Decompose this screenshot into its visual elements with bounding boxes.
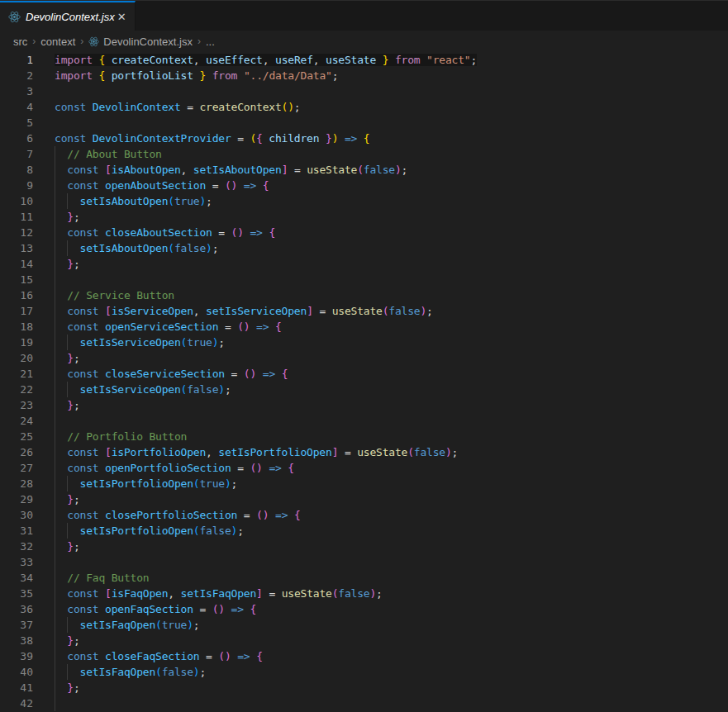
- code-line[interactable]: 23 };: [0, 397, 728, 413]
- code-token: [55, 258, 67, 270]
- vscode-window: DevolinContext.jsx ✕ src›context›Devolin…: [0, 0, 728, 712]
- breadcrumb-item-src[interactable]: src: [13, 36, 27, 48]
- code-token: const: [67, 368, 105, 380]
- line-number: 17: [0, 303, 33, 319]
- code-token: }: [67, 634, 74, 647]
- code-line[interactable]: 35 const [isFaqOpen, setIsFaqOpen] = use…: [0, 586, 728, 601]
- code-line[interactable]: 22 setIsServiceOpen(false);: [0, 382, 728, 397]
- code-token: false: [338, 587, 369, 600]
- line-number: 2: [0, 68, 33, 83]
- code-line[interactable]: 26 const [isPortfolioOpen, setIsPortfoli…: [0, 444, 728, 460]
- code-token: {: [98, 54, 105, 66]
- code-token: [55, 211, 67, 223]
- breadcrumb-separator: ›: [80, 36, 83, 47]
- code-token: ;: [231, 477, 238, 490]
- line-number: 37: [0, 617, 33, 633]
- code-token: (: [168, 195, 174, 207]
- code-token: true: [187, 336, 212, 349]
- breadcrumb-item-devolincontext-jsx[interactable]: DevolinContext.jsx: [88, 36, 193, 48]
- line-number: 10: [0, 193, 33, 209]
- code-line[interactable]: 42: [0, 695, 728, 711]
- code-token: portfolioList: [112, 69, 193, 82]
- code-line[interactable]: 37 setIsFaqOpen(true);: [0, 617, 728, 633]
- code-token: const: [67, 320, 105, 333]
- code-token: =: [231, 462, 250, 474]
- code-line[interactable]: 14 };: [0, 256, 728, 272]
- code-token: (: [155, 619, 162, 631]
- code-line[interactable]: 13 setIsAboutOpen(false);: [0, 240, 728, 256]
- code-line[interactable]: 1import { createContext, useEffect, useR…: [0, 52, 728, 68]
- code-token: [55, 336, 80, 349]
- code-line[interactable]: 41 };: [0, 680, 728, 695]
- code-token: =>: [269, 462, 281, 474]
- code-line[interactable]: 38 };: [0, 633, 728, 648]
- code-line[interactable]: 11 };: [0, 209, 728, 225]
- line-number: 14: [0, 256, 33, 272]
- code-editor[interactable]: 1import { createContext, useEffect, useR…: [0, 52, 728, 712]
- code-token: (: [357, 164, 364, 176]
- code-line[interactable]: 4const DevolinContext = createContext();: [0, 99, 728, 115]
- code-token: [288, 509, 294, 521]
- code-line[interactable]: 31 setIsPortfolioOpen(false);: [0, 523, 728, 539]
- code-line[interactable]: 12 const closeAboutSection = () => {: [0, 225, 728, 240]
- code-line[interactable]: 7 // About Button: [0, 146, 728, 162]
- code-line[interactable]: 9 const openAboutSection = () => {: [0, 178, 728, 193]
- code-token: [55, 352, 67, 364]
- code-token: {: [250, 603, 257, 615]
- code-token: ]: [307, 305, 313, 317]
- breadcrumb-item-context[interactable]: context: [40, 36, 75, 48]
- code-line[interactable]: 34 // Faq Button: [0, 570, 728, 586]
- code-token: [55, 477, 80, 490]
- code-line[interactable]: 10 setIsAboutOpen(true);: [0, 193, 728, 209]
- code-line[interactable]: 8 const [isAboutOpen, setIsAboutOpen] = …: [0, 162, 728, 178]
- code-token: [250, 320, 256, 333]
- code-line[interactable]: 3: [0, 83, 728, 99]
- code-token: ;: [470, 54, 477, 66]
- code-line[interactable]: 17 const [isServiceOpen, setIsServiceOpe…: [0, 303, 728, 319]
- code-token: }: [326, 132, 332, 145]
- code-token: (): [244, 368, 256, 380]
- breadcrumb-item--[interactable]: ...: [206, 36, 215, 48]
- code-token: [55, 603, 67, 615]
- code-token: const: [55, 101, 93, 113]
- code-line[interactable]: 36 const openFaqSection = () => {: [0, 601, 728, 617]
- code-token: =: [206, 179, 225, 192]
- code-line[interactable]: 39 const closeFaqSection = () => {: [0, 648, 728, 664]
- code-line[interactable]: 40 setIsFaqOpen(false);: [0, 664, 728, 680]
- code-token: [55, 368, 67, 380]
- code-token: useState: [282, 587, 332, 600]
- code-line[interactable]: 21 const closeServiceSection = () => {: [0, 366, 728, 382]
- code-line[interactable]: 18 const openServiceSection = () => {: [0, 319, 728, 335]
- line-number: 41: [0, 680, 33, 695]
- code-line[interactable]: 28 setIsPortfolioOpen(true);: [0, 476, 728, 491]
- code-line[interactable]: 24: [0, 413, 728, 429]
- code-token: setIsAboutOpen: [80, 242, 169, 254]
- code-token: [: [105, 446, 112, 458]
- code-line[interactable]: 16 // Service Button: [0, 287, 728, 303]
- code-token: useState: [307, 164, 357, 176]
- code-token: [55, 681, 67, 694]
- close-icon[interactable]: ✕: [115, 10, 129, 24]
- code-line[interactable]: 29 };: [0, 491, 728, 507]
- code-line[interactable]: 19 setIsServiceOpen(true);: [0, 335, 728, 350]
- breadcrumb: src›context›DevolinContext.jsx›...: [0, 31, 728, 52]
- tab-devolincontext[interactable]: DevolinContext.jsx ✕: [0, 1, 136, 31]
- code-line[interactable]: 27 const openPortfolioSection = () => {: [0, 460, 728, 476]
- code-token: const: [67, 509, 105, 521]
- code-line[interactable]: 32 };: [0, 539, 728, 554]
- code-line[interactable]: 5: [0, 115, 728, 131]
- code-token: ,: [263, 54, 275, 66]
- code-token: setIsFaqOpen: [181, 587, 257, 600]
- code-line[interactable]: 15: [0, 272, 728, 287]
- code-line[interactable]: 30 const closePortfolioSection = () => {: [0, 507, 728, 523]
- code-line[interactable]: 6const DevolinContextProvider = ({ child…: [0, 131, 728, 146]
- line-number: 4: [0, 99, 33, 115]
- code-line[interactable]: 20 };: [0, 350, 728, 366]
- code-token: [55, 446, 67, 458]
- code-line[interactable]: 25 // Portfolio Button: [0, 429, 728, 444]
- line-number: 39: [0, 648, 33, 664]
- code-line[interactable]: 33: [0, 554, 728, 570]
- code-token: const: [67, 226, 105, 239]
- code-line[interactable]: 2import { portfolioList } from "../data/…: [0, 68, 728, 83]
- code-token: isPortfolioOpen: [112, 446, 206, 458]
